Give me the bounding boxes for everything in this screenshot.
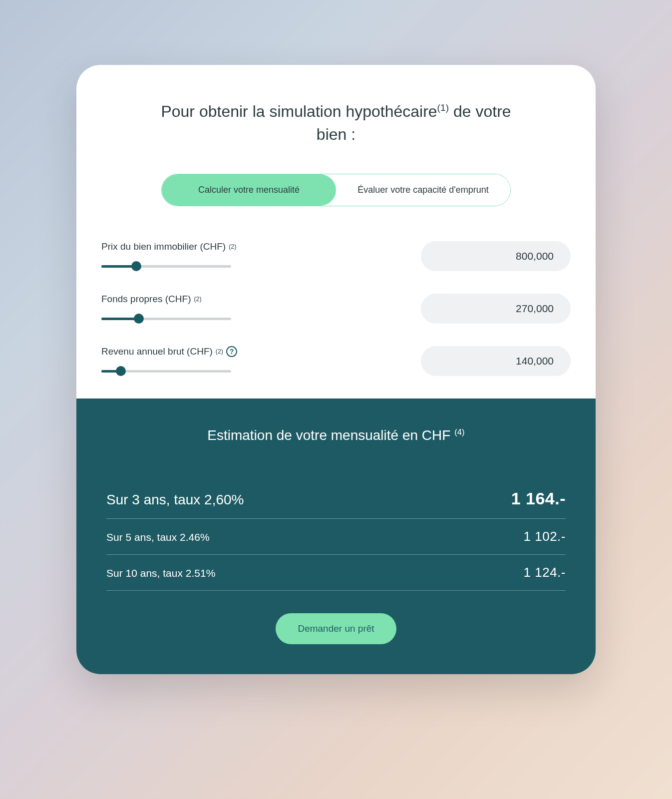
- equity-slider-thumb[interactable]: [134, 314, 144, 324]
- field-price: Prix du bien immobilier (CHF) (2): [101, 241, 571, 271]
- result-label: Sur 3 ans, taux 2,60%: [106, 492, 244, 508]
- income-label: Revenu annuel brut (CHF) (2) ?: [101, 346, 327, 357]
- equity-label-sup: (2): [194, 296, 202, 303]
- price-slider[interactable]: [101, 261, 327, 271]
- result-label: Sur 5 ans, taux 2.46%: [106, 531, 210, 543]
- results-title-text: Estimation de votre mensualité en CHF: [207, 428, 450, 443]
- help-icon[interactable]: ?: [226, 346, 237, 357]
- title-sup: (1): [437, 102, 449, 113]
- income-slider-thumb[interactable]: [116, 366, 126, 376]
- result-row: Sur 10 ans, taux 2.51%1 124.-: [106, 555, 566, 591]
- equity-label: Fonds propres (CHF) (2): [101, 294, 327, 305]
- income-slider[interactable]: [101, 366, 327, 376]
- tab-evaluate-capacity[interactable]: Évaluer votre capacité d'emprunt: [336, 174, 510, 206]
- result-value: 1 164.-: [511, 489, 566, 508]
- income-label-text: Revenu annuel brut (CHF): [101, 346, 213, 357]
- equity-slider-fill: [101, 318, 139, 320]
- tab-calculate-monthly[interactable]: Calculer votre mensualité: [162, 174, 336, 206]
- result-row: Sur 5 ans, taux 2.46%1 102.-: [106, 519, 566, 555]
- equity-slider[interactable]: [101, 314, 327, 324]
- price-label-sup: (2): [229, 243, 236, 250]
- equity-input[interactable]: [421, 294, 571, 324]
- result-value: 1 102.-: [524, 529, 566, 544]
- title-pre: Pour obtenir la simulation hypothécaire: [161, 102, 437, 120]
- results-title: Estimation de votre mensualité en CHF (4…: [106, 427, 566, 443]
- income-label-sup: (2): [216, 348, 223, 355]
- tab-switch: Calculer votre mensualité Évaluer votre …: [161, 174, 511, 206]
- page-title: Pour obtenir la simulation hypothécaire(…: [146, 100, 526, 146]
- price-input[interactable]: [421, 241, 571, 271]
- field-income: Revenu annuel brut (CHF) (2) ?: [101, 346, 571, 376]
- request-loan-button[interactable]: Demander un prêt: [276, 613, 396, 644]
- price-slider-thumb[interactable]: [131, 261, 141, 271]
- income-input[interactable]: [421, 346, 571, 376]
- result-label: Sur 10 ans, taux 2.51%: [106, 567, 215, 579]
- price-label: Prix du bien immobilier (CHF) (2): [101, 241, 327, 252]
- result-value: 1 124.-: [524, 565, 566, 580]
- result-row: Sur 3 ans, taux 2,60%1 164.-: [106, 479, 566, 519]
- simulator-card: Pour obtenir la simulation hypothécaire(…: [76, 65, 596, 674]
- results-title-sup: (4): [454, 427, 465, 437]
- price-label-text: Prix du bien immobilier (CHF): [101, 241, 226, 252]
- results-panel: Estimation de votre mensualité en CHF (4…: [76, 399, 596, 674]
- equity-label-text: Fonds propres (CHF): [101, 294, 191, 305]
- field-equity: Fonds propres (CHF) (2): [101, 294, 571, 324]
